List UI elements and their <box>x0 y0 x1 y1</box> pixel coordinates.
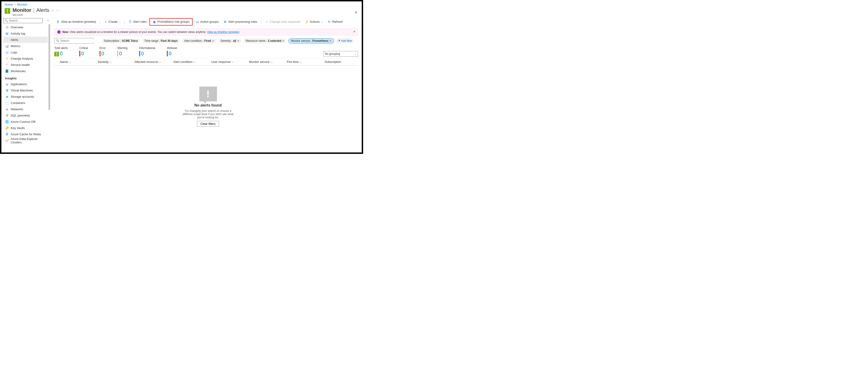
actions-button[interactable]: ⚡Actions⌄ <box>303 19 324 25</box>
column-severity[interactable]: Severity↑↓ <box>98 60 132 64</box>
sidebar-item-change-analysis[interactable]: ✎Change Analysis <box>3 56 48 62</box>
kpi-label: Informational <box>139 46 155 50</box>
overview-icon: ◷ <box>5 26 9 29</box>
sidebar-item-key-vaults[interactable]: 🔑Key Vaults <box>3 125 48 131</box>
kpi-value: 0 <box>169 51 172 57</box>
breadcrumb-home[interactable]: Home <box>5 3 13 6</box>
grouping-select[interactable]: No grouping⌄ <box>323 51 358 57</box>
more-icon[interactable]: ⋯ <box>56 8 59 12</box>
banner-link[interactable]: View as timeline (preview) <box>207 30 239 34</box>
sidebar-item-containers[interactable]: ⬚Containers <box>3 100 48 106</box>
scrollbar-thumb[interactable] <box>49 24 50 110</box>
sidebar-item-label: Virtual Machines <box>11 89 33 92</box>
sidebar-item-label: Azure Cosmos DB <box>11 120 35 123</box>
service-health-icon: ♡ <box>5 63 9 67</box>
column-name[interactable]: Name↑↓ <box>60 60 96 64</box>
column-alert-condition[interactable]: Alert condition↑↓ <box>173 60 209 64</box>
sidebar-item-virtual-machines[interactable]: 🖥Virtual Machines <box>3 87 48 94</box>
sidebar-item-logs[interactable]: 🗂Logs <box>3 49 48 56</box>
redis-icon: 🗄 <box>5 132 9 136</box>
action-groups-button[interactable]: 🗂Action groups <box>193 19 221 25</box>
column-subscription[interactable]: Subscription <box>324 60 352 64</box>
empty-title: No alerts found <box>194 103 222 107</box>
pin-icon[interactable]: ☆ <box>51 8 54 12</box>
sidebar-search-input[interactable] <box>9 19 43 22</box>
alerts-search[interactable]: 🔍 <box>54 38 94 43</box>
breadcrumb-monitor[interactable]: Monitor <box>17 3 27 6</box>
sidebar-item-azure-cache-for-redis[interactable]: 🗄Azure Cache for Redis <box>3 131 48 137</box>
sidebar-item-service-health[interactable]: ♡Service health <box>3 62 48 68</box>
sidebar-search[interactable]: 🔍 <box>3 18 43 23</box>
alerts-icon: ❕ <box>54 52 59 56</box>
sidebar-item-azure-cosmos-db[interactable]: 🌐Azure Cosmos DB <box>3 119 48 125</box>
prometheus-rule-groups-button[interactable]: ◉Prometheus rule groups <box>151 19 191 25</box>
kpi-verbose[interactable]: Verbose0 <box>167 46 177 57</box>
refresh-button[interactable]: ↻Refresh <box>326 19 345 25</box>
view-timeline-button[interactable]: 🗓View as timeline (preview) <box>54 19 98 25</box>
kpi-warning[interactable]: Warning0 <box>117 46 127 57</box>
sidebar-item-workbooks[interactable]: 📘Workbooks <box>3 68 48 74</box>
filter-icon: ⧩ <box>338 39 340 42</box>
sort-icon: ↑↓ <box>159 61 161 63</box>
column-label: Severity <box>98 60 108 64</box>
sidebar-item-applications[interactable]: ⬙Applications <box>3 81 48 87</box>
severity-bar <box>167 51 168 56</box>
column-user-response[interactable]: User response↑↓ <box>211 60 247 64</box>
processing-icon: ⚙ <box>223 20 227 24</box>
chevron-down-icon: ⌄ <box>354 53 356 55</box>
kpi-label: Error <box>99 46 106 50</box>
close-icon[interactable]: ✕ <box>354 10 358 14</box>
remove-filter-icon[interactable]: ✕ <box>212 39 214 42</box>
severity-bar <box>139 51 140 56</box>
kpi-critical[interactable]: Critical0 <box>79 46 88 57</box>
filter-timerange[interactable]: Time range : Past 30 days <box>142 38 180 43</box>
clear-filters-button[interactable]: Clear filters <box>197 121 219 127</box>
banner-close-icon[interactable]: ✕ <box>353 30 355 33</box>
processing-rules-button[interactable]: ⚙Alert processing rules <box>222 19 259 25</box>
filter-severity[interactable]: Severity : all✕ <box>218 38 242 43</box>
kpi-total-alerts[interactable]: Total alerts❕0 <box>54 46 68 57</box>
sidebar-item-activity-log[interactable]: ▤Activity log <box>3 30 48 37</box>
sidebar-item-label: Key Vaults <box>11 126 25 130</box>
filter-alert-condition[interactable]: Alert condition : Fired✕ <box>182 38 216 43</box>
alerts-icon: ❕ <box>5 38 9 42</box>
alert-rules-button[interactable]: 🗒Alert rules <box>126 19 149 25</box>
filter-resource-name[interactable]: Resource name : 2 selected✕ <box>243 38 286 43</box>
collapse-sidebar-icon[interactable]: « <box>47 19 49 22</box>
remove-filter-icon[interactable]: ✕ <box>330 39 332 42</box>
filter-subscription[interactable]: Subscription : ACME Telco <box>102 38 140 43</box>
remove-filter-icon[interactable]: ✕ <box>237 39 239 42</box>
column-monitor-service[interactable]: Monitor service↑↓ <box>249 60 285 64</box>
column-affected-resource[interactable]: Affected resource↑↓ <box>134 60 172 64</box>
monitor-icon: ❕ <box>5 8 10 14</box>
filter-monitor-service[interactable]: Monitor service : Prometheus✕ <box>288 38 334 43</box>
change-response-button: ✓Change user response <box>263 19 302 25</box>
create-button[interactable]: ＋Create⌄ <box>102 19 123 25</box>
sidebar-item-alerts[interactable]: ❕Alerts <box>3 37 48 43</box>
sidebar-item-sql-preview-[interactable]: 🛢SQL (preview) <box>3 112 48 119</box>
sort-icon: ↑↓ <box>69 61 71 63</box>
sidebar-item-metrics[interactable]: 📊Metrics <box>3 43 48 49</box>
alerts-search-input[interactable] <box>60 39 95 42</box>
kpi-label: Warning <box>117 46 127 50</box>
remove-filter-icon[interactable]: ✕ <box>282 39 284 42</box>
prometheus-icon: ◉ <box>152 20 156 24</box>
sidebar-item-networks[interactable]: ⬙Networks <box>3 106 48 112</box>
column-fire-time[interactable]: Fire time↑↓ <box>287 60 323 64</box>
metrics-icon: 📊 <box>5 44 9 48</box>
info-icon: ✦ <box>57 30 61 34</box>
add-filter-button[interactable]: ⧩Add filter <box>336 38 354 43</box>
kpi-value: 0 <box>141 51 144 57</box>
kpi-row: Total alerts❕0Critical0Error0Warning0Inf… <box>54 46 362 58</box>
empty-state: ! No alerts found Try changing your sear… <box>54 66 362 153</box>
kpi-error[interactable]: Error0 <box>99 46 106 57</box>
sidebar-item-azure-data-explorer-clusters[interactable]: 📈Azure Data Explorer Clusters <box>3 137 48 144</box>
sidebar-item-overview[interactable]: ◷Overview <box>3 24 48 30</box>
logs-icon: 🗂 <box>5 51 9 54</box>
org-label: Microsoft <box>12 13 59 16</box>
sidebar-item-label: Metrics <box>11 44 21 48</box>
sidebar-item-storage-accounts[interactable]: ≣Storage accounts <box>3 94 48 100</box>
kpi-informational[interactable]: Informational0 <box>139 46 155 57</box>
sort-icon: ↑↓ <box>270 61 273 63</box>
highlighted-region: ◉Prometheus rule groups <box>149 18 193 26</box>
